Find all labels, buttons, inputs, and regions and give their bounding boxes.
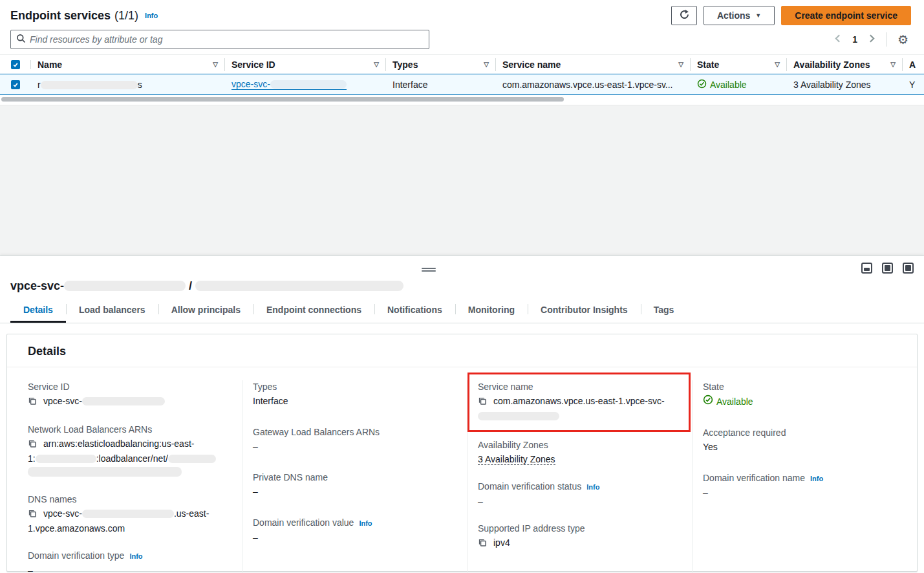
page-number[interactable]: 1 [852, 34, 857, 45]
info-link[interactable]: Info [129, 552, 142, 560]
cell-state: Available [691, 79, 787, 91]
field-domain-verification-status: Domain verification statusInfo – [478, 480, 680, 508]
panel-size-full-icon[interactable] [903, 263, 914, 274]
row-select-cell [0, 80, 31, 89]
tab-tags[interactable]: Tags [641, 299, 687, 323]
field-availability-zones: Availability Zones 3 Availability Zones [478, 438, 680, 466]
redacted-text [478, 412, 559, 420]
copy-icon[interactable] [28, 508, 37, 522]
info-link[interactable]: Info [810, 475, 823, 482]
scrollbar-thumb[interactable] [1, 97, 564, 102]
prev-page-button[interactable] [833, 34, 842, 45]
availability-zones-link[interactable]: 3 Availability Zones [793, 80, 871, 90]
column-header-name[interactable]: Name ▽ [31, 58, 225, 71]
cell-service-id: vpce-svc- [225, 79, 386, 90]
redacted-text [270, 80, 347, 89]
create-endpoint-service-button[interactable]: Create endpoint service [781, 6, 911, 25]
column-header-types[interactable]: Types ▽ [386, 58, 496, 71]
pagination: 1 ⚙ [833, 32, 908, 47]
field-gwlb-arns: Gateway Load Balancers ARNs – [253, 426, 455, 453]
horizontal-scrollbar [1, 97, 924, 103]
column-header-service-name[interactable]: Service name ▽ [496, 58, 691, 71]
field-domain-verification-value: Domain verification valueInfo – [253, 516, 455, 545]
endpoint-services-section: Endpoint services (1/1) Info Actions ▼ C… [0, 0, 924, 103]
header-actions: Actions ▼ Create endpoint service [671, 6, 911, 25]
panel-size-small-icon[interactable] [861, 263, 872, 274]
field-service-name: Service name com.amazonaws.vpce.us-east-… [478, 380, 680, 423]
details-column-2: Types Interface Gateway Load Balancers A… [242, 380, 467, 573]
availability-zones-link[interactable]: 3 Availability Zones [478, 454, 555, 465]
column-header-state[interactable]: State ▽ [691, 58, 787, 71]
field-domain-verification-type: Domain verification typeInfo – [28, 549, 230, 573]
copy-icon[interactable] [28, 396, 37, 409]
filter-icon[interactable]: ▽ [478, 61, 489, 68]
refresh-button[interactable] [671, 6, 697, 25]
service-id-link[interactable]: vpce-svc- [231, 79, 347, 90]
field-acceptance-required: Acceptance required Yes [703, 426, 905, 454]
table-row[interactable]: rs vpce-svc- Interface com.amazonaws.vpc… [0, 74, 924, 95]
search-input[interactable] [30, 34, 424, 45]
field-state: State Available [703, 380, 905, 409]
create-button-label: Create endpoint service [795, 10, 897, 21]
resource-count: (1/1) [114, 9, 138, 23]
redacted-text [195, 281, 403, 291]
redacted-text [82, 397, 165, 405]
tab-endpoint-connections[interactable]: Endpoint connections [253, 299, 374, 323]
check-circle-icon [697, 79, 707, 91]
actions-button[interactable]: Actions ▼ [704, 6, 775, 25]
filter-icon[interactable]: ▽ [885, 61, 896, 68]
column-header-acceptance[interactable]: A [903, 58, 924, 71]
redacted-text [64, 281, 186, 291]
column-header-availability-zones[interactable]: Availability Zones ▽ [787, 58, 903, 71]
details-card-body: Service ID vpce-svc- Network Load Balanc… [7, 367, 917, 573]
redacted-text [36, 455, 96, 463]
toolbar: 1 ⚙ [0, 26, 924, 54]
chevron-right-icon [868, 34, 876, 45]
details-column-3: Service name com.amazonaws.vpce.us-east-… [467, 380, 692, 573]
tab-allow-principals[interactable]: Allow principals [158, 299, 253, 323]
tab-contributor-insights[interactable]: Contributor Insights [528, 299, 641, 323]
details-column-1: Service ID vpce-svc- Network Load Balanc… [7, 380, 242, 573]
field-supported-ip-address-type: Supported IP address type ipv4 [478, 522, 680, 551]
search-box [10, 30, 429, 49]
select-all-cell [0, 60, 31, 69]
column-header-service-id[interactable]: Service ID ▽ [225, 58, 386, 71]
page-header: Endpoint services (1/1) Info Actions ▼ C… [0, 5, 924, 26]
copy-icon[interactable] [478, 537, 487, 551]
cell-name: rs [31, 80, 225, 90]
details-card: Details Service ID vpce-svc- Network Loa… [6, 334, 918, 572]
field-nlb-arns: Network Load Balancers ARNs arn:aws:elas… [28, 423, 230, 479]
field-service-id: Service ID vpce-svc- [28, 380, 230, 409]
next-page-button[interactable] [868, 34, 876, 45]
filter-icon[interactable]: ▽ [369, 61, 379, 68]
panel-tabs: Details Load balancers Allow principals … [0, 299, 924, 323]
endpoint-services-table: Name ▽ Service ID ▽ Types ▽ Service name… [0, 54, 924, 95]
tab-details[interactable]: Details [10, 299, 66, 323]
panel-size-half-icon[interactable] [882, 263, 893, 274]
cell-availability-zones: 3 Availability Zones [787, 80, 903, 90]
details-column-4: State Available Acceptance required Yes [692, 380, 917, 573]
pager-divider [886, 32, 887, 47]
tab-notifications[interactable]: Notifications [374, 299, 455, 323]
tab-load-balancers[interactable]: Load balancers [66, 299, 158, 323]
filter-icon[interactable]: ▽ [673, 61, 683, 68]
copy-icon[interactable] [478, 396, 487, 409]
select-all-checkbox[interactable] [11, 60, 20, 69]
filter-icon[interactable]: ▽ [769, 61, 780, 68]
settings-gear-icon[interactable]: ⚙ [897, 34, 908, 46]
tab-monitoring[interactable]: Monitoring [455, 299, 528, 323]
info-link[interactable]: Info [586, 483, 599, 491]
info-link[interactable]: Info [359, 519, 372, 527]
row-checkbox[interactable] [11, 80, 20, 89]
redacted-text [82, 510, 174, 518]
redacted-text [41, 81, 138, 89]
cell-service-name: com.amazonaws.vpce.us-east-1.vpce-sv... [496, 80, 691, 90]
panel-drag-handle[interactable] [422, 266, 436, 273]
info-link[interactable]: Info [145, 12, 158, 19]
page-title: Endpoint services [10, 9, 111, 23]
panel-title: vpce-svc- / [0, 256, 924, 297]
filter-icon[interactable]: ▽ [208, 61, 218, 68]
copy-icon[interactable] [28, 438, 37, 452]
field-private-dns-name: Private DNS name – [253, 471, 455, 499]
panel-size-controls [861, 263, 914, 274]
